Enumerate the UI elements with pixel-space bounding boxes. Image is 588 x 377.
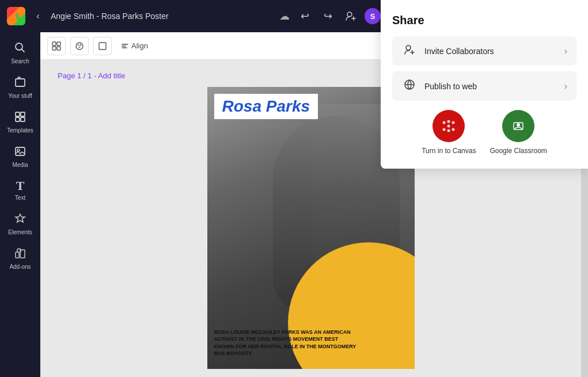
svg-rect-7 [21,112,25,116]
add-collaborator-button[interactable] [340,6,361,26]
share-apps-section: Turn in to Canvas Google Classroom [392,110,576,155]
svg-rect-5 [16,79,25,86]
document-title: Angie Smith - Rosa Parks Poster [51,12,275,21]
main-layout: Search Your stuff Templates [0,32,588,377]
sidebar-item-templates[interactable]: Templates [2,106,38,138]
poster-title-box: Rosa Parks [214,94,318,119]
svg-rect-12 [16,252,19,258]
google-classroom-app-icon [502,110,534,142]
svg-rect-9 [21,117,25,121]
sidebar-label-elements: Elements [8,229,32,235]
page-label: Page 1 / 1 - Add title [58,71,125,80]
svg-point-26 [443,121,446,124]
svg-point-21 [79,46,81,48]
sidebar-item-your-stuff[interactable]: Your stuff [2,71,38,104]
share-panel: Share Invite Collaborators › [381,32,588,169]
cloud-sync-icon: ☁ [279,10,290,22]
addons-icon [14,247,26,261]
avatar-group: S [340,6,382,26]
sidebar: Search Your stuff Templates [0,32,40,377]
svg-point-23 [406,45,411,50]
publish-to-web-arrow: › [564,81,567,92]
svg-point-35 [517,123,520,127]
svg-point-28 [443,128,446,131]
invite-collaborators-option[interactable]: Invite Collaborators › [392,36,576,66]
user-avatar[interactable]: S [363,7,382,25]
palette-tool-button[interactable] [70,37,89,55]
invite-collaborators-label: Invite Collaborators [424,47,494,56]
svg-marker-2 [16,12,21,21]
canvas-app[interactable]: Turn in to Canvas [422,110,476,155]
invite-collaborators-arrow: › [564,46,567,56]
text-icon: T [16,180,25,192]
svg-marker-1 [12,12,16,21]
page-title-link[interactable]: Add title [98,71,125,80]
grid-tool-button[interactable] [47,37,66,55]
svg-rect-17 [57,47,60,50]
svg-point-3 [347,12,352,17]
svg-point-30 [447,125,450,128]
undo-button[interactable]: ↩ [294,6,315,26]
svg-rect-15 [57,42,60,45]
sidebar-item-text[interactable]: T Text [2,175,38,205]
canvas-app-label: Turn in to Canvas [422,147,476,155]
align-button[interactable]: Align [116,39,153,52]
publish-to-web-option[interactable]: Publish to web › [392,71,576,101]
google-classroom-app-label: Google Classroom [490,147,547,155]
svg-point-31 [447,120,450,123]
poster-title-text: Rosa Parks [222,97,310,115]
your-stuff-icon [14,76,26,90]
publish-to-web-label: Publish to web [424,82,477,91]
svg-rect-8 [16,117,20,121]
svg-rect-6 [16,112,20,116]
svg-point-27 [452,121,455,124]
sidebar-label-templates: Templates [7,127,33,134]
sidebar-label-text: Text [15,195,25,201]
back-button[interactable]: ‹ [30,8,46,24]
sidebar-item-search[interactable]: Search [2,37,38,69]
svg-point-32 [447,130,450,132]
app-logo [7,7,25,25]
svg-rect-14 [52,42,56,45]
sidebar-item-media[interactable]: Media [2,140,38,173]
svg-rect-22 [99,43,106,49]
google-classroom-app[interactable]: Google Classroom [490,110,547,155]
sidebar-label-your-stuff: Your stuff [8,93,32,99]
svg-rect-16 [52,47,56,50]
elements-icon [14,212,26,227]
sidebar-label-addons: Add-ons [9,264,31,270]
frame-tool-button[interactable] [93,37,112,55]
svg-point-29 [452,128,455,131]
sidebar-label-search: Search [11,58,29,64]
publish-to-web-icon [401,78,418,94]
media-icon [14,145,26,159]
align-label: Align [131,41,148,50]
redo-button[interactable]: ↪ [317,6,338,26]
poster-caption: Rosa Louise McCauley Parks was an Americ… [214,329,357,357]
templates-icon [14,111,26,125]
canvas-app-icon [433,110,465,142]
sidebar-item-elements[interactable]: Elements [2,208,38,240]
svg-point-19 [78,44,79,45]
svg-point-18 [76,43,83,49]
sidebar-item-addons[interactable]: Add-ons [2,242,38,275]
svg-point-20 [80,44,82,45]
search-icon [14,41,26,56]
invite-collaborators-icon [401,43,418,59]
sidebar-label-media: Media [12,162,28,168]
svg-point-4 [16,43,22,50]
